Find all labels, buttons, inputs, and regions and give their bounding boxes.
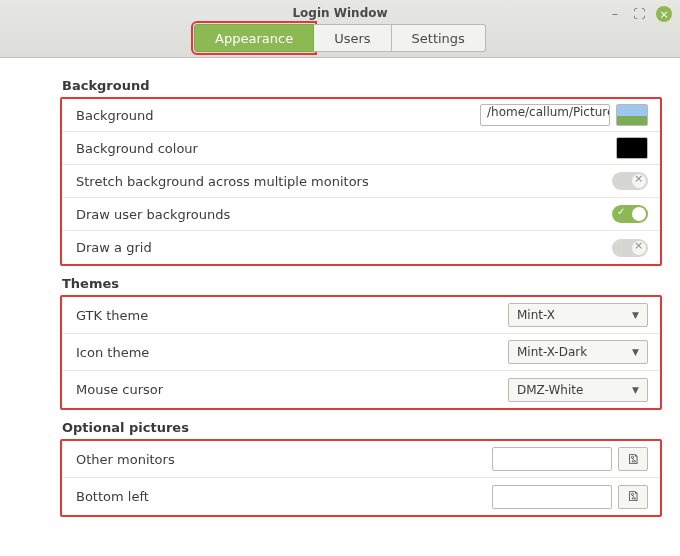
switch-user-backgrounds[interactable]	[612, 205, 648, 223]
label-bottom-left: Bottom left	[76, 489, 149, 504]
section-title-themes: Themes	[62, 276, 662, 291]
row-grid: Draw a grid	[62, 231, 660, 264]
label-icon-theme: Icon theme	[76, 345, 149, 360]
row-mouse-cursor: Mouse cursor DMZ-White ▼	[62, 371, 660, 408]
picture-icon: 🖻	[627, 452, 640, 467]
group-themes: GTK theme Mint-X ▼ Icon theme Mint-X-Dar…	[60, 295, 662, 410]
label-mouse-cursor: Mouse cursor	[76, 382, 163, 397]
label-other-monitors: Other monitors	[76, 452, 175, 467]
label-background: Background	[76, 108, 154, 123]
tab-bar: Appearance Users Settings	[0, 24, 680, 52]
maximize-button[interactable]: ⛶	[632, 7, 646, 21]
dropdown-gtk-theme[interactable]: Mint-X ▼	[508, 303, 648, 327]
row-gtk-theme: GTK theme Mint-X ▼	[62, 297, 660, 334]
input-other-monitors[interactable]	[492, 447, 612, 471]
group-background: Background /home/callum/Pictures/ca Back…	[60, 97, 662, 266]
input-bottom-left[interactable]	[492, 485, 612, 509]
dropdown-icon-theme-value: Mint-X-Dark	[517, 345, 587, 359]
row-user-backgrounds: Draw user backgrounds	[62, 198, 660, 231]
label-gtk-theme: GTK theme	[76, 308, 148, 323]
label-stretch: Stretch background across multiple monit…	[76, 174, 369, 189]
switch-stretch[interactable]	[612, 172, 648, 190]
background-colour-button[interactable]	[616, 137, 648, 159]
dropdown-gtk-theme-value: Mint-X	[517, 308, 555, 322]
login-window-settings: Login Window – ⛶ × Appearance Users Sett…	[0, 0, 680, 556]
picture-icon: 🖻	[627, 489, 640, 504]
tab-users[interactable]: Users	[314, 24, 391, 52]
row-stretch: Stretch background across multiple monit…	[62, 165, 660, 198]
switch-grid[interactable]	[612, 239, 648, 257]
row-bottom-left: Bottom left 🖻	[62, 478, 660, 515]
close-button[interactable]: ×	[656, 6, 672, 22]
window-controls: – ⛶ ×	[608, 6, 672, 22]
minimize-button[interactable]: –	[608, 7, 622, 21]
label-grid: Draw a grid	[76, 240, 152, 255]
row-background: Background /home/callum/Pictures/ca	[62, 99, 660, 132]
chevron-down-icon: ▼	[632, 310, 639, 320]
dropdown-mouse-cursor-value: DMZ-White	[517, 383, 583, 397]
section-title-background: Background	[62, 78, 662, 93]
tab-settings[interactable]: Settings	[392, 24, 486, 52]
group-optional-pictures: Other monitors 🖻 Bottom left 🖻	[60, 439, 662, 517]
headerbar: Login Window – ⛶ × Appearance Users Sett…	[0, 0, 680, 58]
window-title: Login Window	[0, 0, 680, 20]
label-user-backgrounds: Draw user backgrounds	[76, 207, 230, 222]
background-chooser-button[interactable]	[616, 104, 648, 126]
browse-bottom-left-button[interactable]: 🖻	[618, 485, 648, 509]
dropdown-mouse-cursor[interactable]: DMZ-White ▼	[508, 378, 648, 402]
chevron-down-icon: ▼	[632, 347, 639, 357]
row-other-monitors: Other monitors 🖻	[62, 441, 660, 478]
label-background-colour: Background colour	[76, 141, 198, 156]
tab-appearance[interactable]: Appearance	[194, 24, 314, 52]
chevron-down-icon: ▼	[632, 385, 639, 395]
background-path-input[interactable]: /home/callum/Pictures/ca	[480, 104, 610, 126]
browse-other-monitors-button[interactable]: 🖻	[618, 447, 648, 471]
row-icon-theme: Icon theme Mint-X-Dark ▼	[62, 334, 660, 371]
content-area: Background Background /home/callum/Pictu…	[0, 58, 680, 529]
row-background-colour: Background colour	[62, 132, 660, 165]
section-title-optional: Optional pictures	[62, 420, 662, 435]
dropdown-icon-theme[interactable]: Mint-X-Dark ▼	[508, 340, 648, 364]
